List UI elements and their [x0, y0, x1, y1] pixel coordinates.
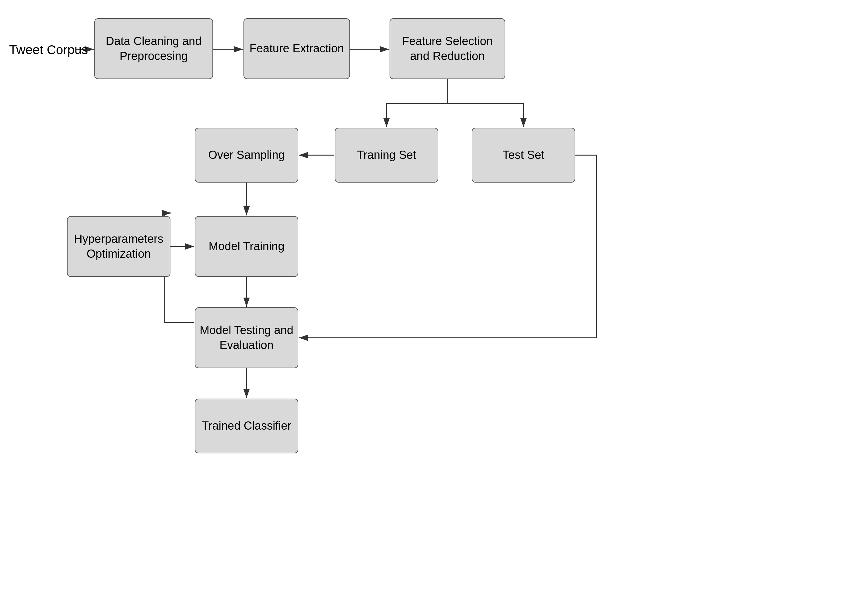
feature-extraction-node: Feature Extraction	[243, 18, 350, 79]
model-testing-label: Model Testing and Evaluation	[200, 323, 293, 353]
trained-classifier-label: Trained Classifier	[202, 418, 291, 433]
arrows-svg	[0, 0, 868, 611]
model-training-node: Model Training	[195, 216, 298, 277]
data-cleaning-label: Data Cleaning and Preprocesing	[106, 34, 202, 64]
test-set-label: Test Set	[502, 148, 544, 162]
over-sampling-node: Over Sampling	[195, 128, 298, 183]
test-set-node: Test Set	[472, 128, 575, 183]
hyperparams-node: Hyperparameters Optimization	[67, 216, 170, 277]
feature-extraction-label: Feature Extraction	[250, 41, 344, 56]
over-sampling-label: Over Sampling	[208, 148, 285, 162]
model-training-label: Model Training	[208, 239, 284, 254]
model-testing-node: Model Testing and Evaluation	[195, 307, 298, 368]
feature-selection-node: Feature Selection and Reduction	[389, 18, 505, 79]
diagram-container: Tweet Corpus Data Cleaning and Preproces…	[0, 0, 868, 611]
training-set-node: Traning Set	[335, 128, 438, 183]
data-cleaning-node: Data Cleaning and Preprocesing	[95, 18, 213, 79]
training-set-label: Traning Set	[357, 148, 416, 162]
trained-classifier-node: Trained Classifier	[195, 399, 298, 453]
tweet-corpus-label: Tweet Corpus	[9, 43, 88, 57]
hyperparams-label: Hyperparameters Optimization	[74, 232, 163, 262]
feature-selection-label: Feature Selection and Reduction	[402, 34, 493, 64]
